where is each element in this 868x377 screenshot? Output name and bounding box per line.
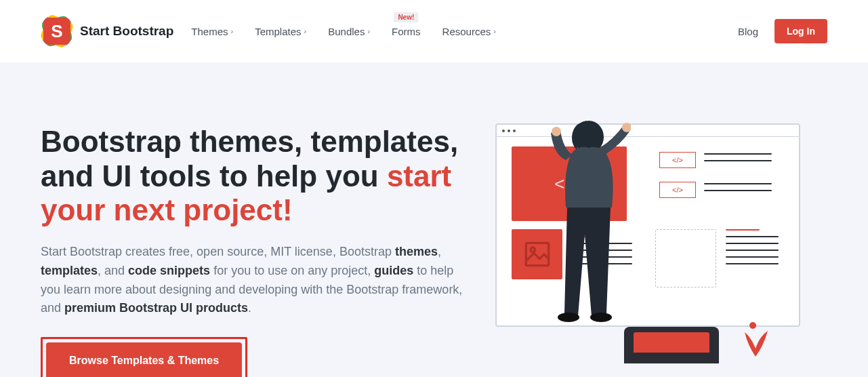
logo-icon: S (41, 15, 73, 47)
hero-section: Bootstrap themes, templates, and UI tool… (0, 62, 868, 377)
nav-label: Themes (191, 26, 228, 37)
brand-link[interactable]: S Start Bootstrap (41, 15, 173, 47)
nav-item-resources[interactable]: Resources › (442, 26, 496, 37)
nav-item-forms[interactable]: New! Forms (392, 26, 421, 37)
illustration-placeholder-icon (655, 229, 716, 287)
nav-right: Blog Log In (738, 19, 827, 43)
svg-point-5 (558, 313, 579, 322)
browse-templates-button[interactable]: Browse Templates & Themes (46, 342, 242, 377)
hero-description: Start Bootstrap creates free, open sourc… (41, 243, 474, 319)
primary-nav: Themes › Templates › Bundles › New! Form… (191, 26, 496, 37)
svg-point-1 (531, 247, 535, 252)
illustration-text-lines-icon (704, 183, 772, 191)
illustration-codebox-icon: </> (659, 182, 696, 198)
hero-title: Bootstrap themes, templates, and UI tool… (41, 125, 474, 228)
illustration-codebox-icon: </> (659, 152, 696, 168)
nav-item-templates[interactable]: Templates › (255, 26, 306, 37)
nav-label: Bundles (328, 26, 365, 37)
login-button[interactable]: Log In (774, 19, 827, 43)
illustration-plant-icon (741, 316, 770, 357)
nav-label: Resources (442, 26, 491, 37)
chevron-right-icon: › (230, 27, 233, 35)
top-navbar: S Start Bootstrap Themes › Templates › B… (0, 0, 868, 62)
chevron-right-icon: › (367, 27, 370, 35)
svg-point-3 (552, 127, 561, 136)
illustration-text-lines-icon (726, 229, 779, 264)
hero-illustration: </> </> (495, 123, 800, 327)
illustration-laptop-icon (624, 327, 719, 363)
svg-point-6 (590, 313, 612, 322)
nav-item-themes[interactable]: Themes › (191, 26, 233, 37)
chevron-right-icon: › (304, 27, 307, 35)
chevron-right-icon: › (493, 27, 496, 35)
blog-link[interactable]: Blog (738, 26, 758, 37)
illustration-text-lines-icon (704, 153, 772, 161)
illustration-window: </> </> (495, 123, 800, 327)
brand-name: Start Bootstrap (80, 24, 173, 39)
new-badge: New! (394, 12, 418, 22)
nav-label: Templates (255, 26, 301, 37)
svg-point-7 (749, 322, 756, 329)
nav-item-bundles[interactable]: Bundles › (328, 26, 370, 37)
illustration-person-icon (550, 119, 631, 323)
nav-label: Forms (392, 26, 421, 37)
window-titlebar-icon (497, 125, 799, 137)
cta-highlight-box: Browse Templates & Themes (41, 337, 247, 377)
